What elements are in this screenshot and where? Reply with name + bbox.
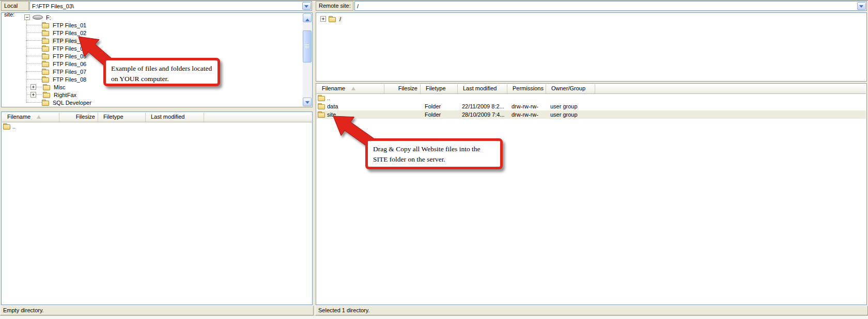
column-header-filler: [595, 84, 866, 93]
tree-item-label: FTP Files_01: [52, 22, 87, 28]
filename-text: site: [327, 110, 336, 119]
tree-item-label: FTP Files_05: [52, 53, 87, 59]
last-modified-cell: 28/10/2009 7:4...: [458, 110, 507, 119]
permissions-cell: drw-rw-rw-: [507, 110, 546, 119]
ftp-client-window: Local site: Remote site: F: FTP Files_01: [0, 0, 868, 319]
folder-icon: [42, 61, 50, 67]
vertical-scrollbar[interactable]: [303, 13, 312, 106]
tree-item[interactable]: FTP Files_01: [2, 21, 312, 29]
chevron-down-icon[interactable]: [302, 2, 311, 10]
file-row-site-selected[interactable]: site Folder 28/10/2009 7:4... drw-rw-rw-…: [317, 110, 866, 119]
tree-item-label: FTP Files_06: [52, 61, 87, 67]
folder-icon: [42, 22, 50, 28]
local-path-combobox[interactable]: [29, 1, 312, 11]
remote-status-bar: Selected 1 directory.: [315, 306, 868, 315]
column-header-last-modified[interactable]: Last modified: [458, 84, 507, 93]
column-header-filetype[interactable]: Filetype: [421, 84, 458, 93]
tree-item[interactable]: FTP Files_04: [2, 44, 312, 52]
minus-box-icon[interactable]: [24, 14, 30, 20]
tree-connector-line: [26, 48, 42, 49]
tree-item[interactable]: SQL Developer: [2, 99, 312, 106]
folder-icon: [43, 92, 51, 98]
tree-item-selected[interactable]: FTP Files_03: [2, 37, 312, 44]
plus-box-icon[interactable]: [320, 16, 326, 22]
chevron-down-glyph: [859, 5, 863, 10]
folder-icon: [43, 84, 51, 90]
permissions-cell: drw-rw-rw-: [507, 102, 546, 110]
tree-item-label: FTP Files_03: [52, 38, 87, 44]
last-modified-cell: 22/11/2009 8:2...: [458, 102, 507, 110]
folder-icon: [3, 123, 11, 130]
tree-item[interactable]: FTP Files_02: [2, 29, 312, 37]
tree-connector-line: [26, 25, 42, 25]
column-header-owner-group[interactable]: Owner/Group: [546, 84, 595, 93]
local-site-label: Local site:: [1, 1, 29, 11]
tree-item-label: /: [338, 16, 342, 22]
tree-item-label: FTP Files_08: [52, 76, 87, 83]
folder-icon: [42, 30, 50, 36]
filetype-cell: Folder: [421, 110, 458, 119]
column-header-last-modified[interactable]: Last modified: [146, 113, 204, 122]
chevron-down-icon[interactable]: [857, 2, 866, 10]
chevron-down-glyph: [304, 5, 308, 10]
filename-text: ..: [327, 94, 330, 102]
folder-icon: [318, 103, 326, 109]
column-header-permissions[interactable]: Permissions: [507, 84, 546, 93]
remote-tree-view[interactable]: /: [317, 13, 866, 81]
tree-item-label: FTP Files_04: [52, 45, 87, 52]
column-header-filesize[interactable]: Filesize: [384, 84, 421, 93]
folder-icon: [42, 38, 50, 44]
tree-item-label: FTP Files_02: [52, 30, 87, 36]
tree-item-f-drive[interactable]: F:: [2, 13, 312, 21]
tree-item-label: RightFax: [53, 92, 78, 98]
remote-path-input[interactable]: [355, 2, 859, 10]
annotation-callout-local: Example of files and folders located on …: [103, 58, 220, 86]
sort-ascending-triangle-icon: [37, 115, 41, 119]
tree-connector-line: [26, 33, 42, 33]
file-row-parent-dir[interactable]: ..: [317, 94, 866, 102]
tree-item[interactable]: RightFax: [2, 91, 312, 99]
tree-connector-line: [26, 102, 42, 103]
column-header-filename[interactable]: Filename: [317, 84, 384, 93]
column-header-filetype[interactable]: Filetype: [98, 113, 146, 122]
local-list-header: Filename Filesize Filetype Last modified: [2, 113, 312, 122]
remote-path-combobox[interactable]: [354, 1, 867, 11]
column-header-filename[interactable]: Filename: [2, 113, 59, 122]
chevron-up-icon: [305, 17, 309, 21]
folder-icon: [42, 53, 50, 59]
local-status-bar: Empty directory.: [0, 306, 314, 315]
tree-item-label: F:: [45, 14, 52, 21]
tree-item-label: Misc: [53, 84, 67, 90]
tree-item-label: FTP Files_07: [52, 69, 87, 75]
column-header-label: Filename: [7, 114, 30, 120]
sort-ascending-triangle-icon: [351, 87, 355, 90]
scroll-up-button[interactable]: [303, 13, 312, 22]
remote-site-label: Remote site:: [316, 1, 353, 11]
folder-icon: [329, 16, 336, 22]
filetype-cell: Folder: [421, 102, 458, 110]
plus-box-icon[interactable]: [30, 92, 36, 98]
file-row-data[interactable]: data Folder 22/11/2009 8:2... drw-rw-rw-…: [317, 102, 866, 110]
column-header-label: Filename: [322, 85, 345, 91]
folder-icon: [42, 45, 50, 52]
local-file-list-panel: Filename Filesize Filetype Last modified…: [1, 111, 313, 305]
filename-text: data: [327, 102, 338, 110]
file-row-parent-dir[interactable]: ..: [2, 122, 312, 131]
column-header-filesize[interactable]: Filesize: [59, 113, 98, 122]
filename-text: ..: [12, 122, 16, 131]
remote-tree-panel: /: [316, 12, 867, 82]
scrollbar-thumb[interactable]: [303, 30, 312, 62]
owner-group-cell: user group: [546, 110, 595, 119]
folder-icon: [42, 69, 50, 75]
tree-item-remote-root[interactable]: /: [317, 15, 866, 23]
local-path-input[interactable]: [30, 2, 304, 10]
folder-icon: [318, 95, 326, 101]
folder-icon: [318, 111, 326, 118]
scroll-down-button[interactable]: [303, 98, 312, 106]
tree-connector-line: [26, 56, 42, 56]
plus-box-icon[interactable]: [30, 84, 36, 90]
tree-connector-line: [26, 40, 42, 41]
remote-list-header: Filename Filesize Filetype Last modified…: [317, 84, 866, 94]
owner-group-cell: user group: [546, 102, 595, 110]
remote-file-list-panel: Filename Filesize Filetype Last modified…: [316, 83, 867, 305]
